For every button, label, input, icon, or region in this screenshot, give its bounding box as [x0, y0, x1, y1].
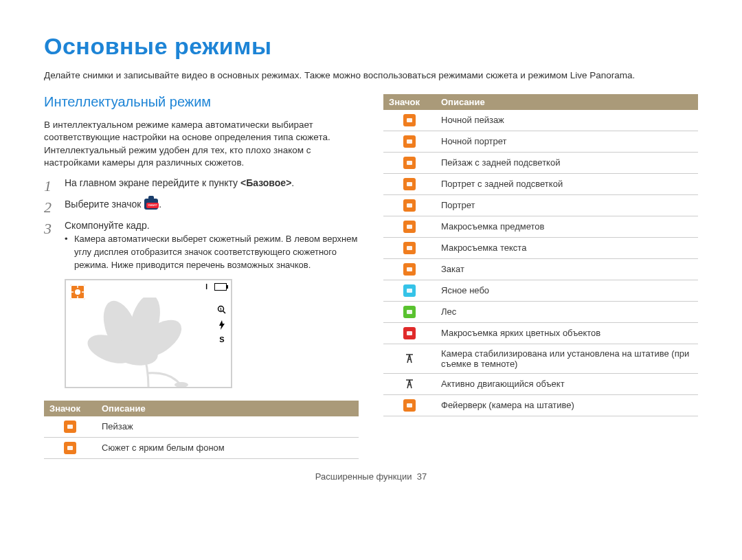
icon-description: Лес: [436, 301, 698, 322]
icon-description: Ночной пейзаж: [436, 110, 698, 131]
svg-rect-25: [407, 289, 412, 293]
scene-icon: [403, 306, 416, 318]
icon-description: Сюжет с ярким белым фоном: [96, 437, 359, 458]
svg-line-29: [407, 355, 409, 363]
svg-line-6: [223, 311, 226, 313]
scene-icon: [403, 178, 416, 190]
icon-description: Пейзаж: [96, 416, 359, 438]
scene-icon: [403, 135, 416, 148]
icon-description: Портрет с задней подсветкой: [436, 173, 698, 194]
table-row: Пейзаж: [44, 416, 359, 438]
table-row: Макросъемка ярких цветных объектов: [383, 322, 698, 344]
table-row: Закат: [383, 258, 698, 280]
table-row: Камера стабилизирована или установлена н…: [383, 344, 698, 373]
scene-icon: [403, 284, 416, 297]
smart-indicator-icon: S: [219, 335, 224, 344]
icon-description: Макросъемка ярких цветных объектов: [436, 322, 698, 344]
footer-label: Расширенные функции: [315, 471, 412, 482]
icon-table-left: Значок Описание ПейзажСюжет с ярким белы…: [44, 401, 359, 459]
svg-rect-16: [67, 446, 73, 450]
table-row: Портрет: [383, 194, 698, 216]
svg-rect-17: [407, 118, 412, 122]
zoom-icon: 1: [217, 305, 227, 316]
scene-icon: [403, 221, 416, 233]
step2-text-b: .: [159, 199, 161, 210]
icon-description: Камера стабилизирована или установлена н…: [436, 344, 698, 373]
scene-icon: [403, 352, 416, 365]
table-row: Сюжет с ярким белым фоном: [44, 437, 359, 458]
svg-rect-26: [407, 310, 412, 314]
step1-text-c: .: [291, 177, 294, 188]
footer-page: 37: [417, 471, 427, 482]
section-text: В интеллектуальном режиме камера автомат…: [44, 119, 359, 169]
svg-rect-27: [407, 331, 412, 335]
step-2: Выберите значок .: [44, 197, 359, 212]
icon-table-right: Значок Описание Ночной пейзажНочной порт…: [383, 94, 698, 416]
icon-description: Закат: [436, 258, 698, 280]
th-icon: Значок: [383, 94, 436, 110]
table-row: Ночной портрет: [383, 131, 698, 152]
step1-text-a: На главном экране перейдите к пункту: [65, 177, 240, 188]
th-desc: Описание: [96, 401, 359, 416]
scene-icon: [403, 242, 416, 254]
intro-text: Делайте снимки и записывайте видео в осн…: [44, 69, 698, 82]
table-row: Ясное небо: [383, 280, 698, 301]
svg-rect-23: [407, 246, 412, 250]
icon-description: Макросъемка текста: [436, 237, 698, 258]
th-desc: Описание: [436, 94, 698, 110]
scene-icon: [403, 263, 416, 276]
svg-rect-19: [407, 161, 412, 165]
svg-rect-24: [407, 267, 412, 271]
icon-description: Пейзаж с задней подсветкой: [436, 152, 698, 173]
table-row: Пейзаж с задней подсветкой: [383, 152, 698, 173]
section-heading: Интеллектуальный режим: [44, 94, 359, 110]
table-row: Портрет с задней подсветкой: [383, 173, 698, 194]
table-row: Ночной пейзаж: [383, 110, 698, 131]
icon-description: Ночной портрет: [436, 131, 698, 152]
icon-description: Активно двигающийся объект: [436, 373, 698, 394]
table-row: Активно двигающийся объект: [383, 373, 698, 394]
flower-illustration: [80, 298, 203, 387]
svg-line-34: [409, 380, 412, 388]
step-3: Скомпонуйте кадр. Камера автоматически в…: [44, 219, 359, 272]
scene-icon: [403, 327, 416, 339]
scene-icon: [64, 421, 76, 433]
svg-text:1: 1: [220, 307, 223, 311]
svg-line-30: [409, 355, 412, 363]
indicator-i: I: [205, 283, 207, 291]
svg-rect-21: [407, 203, 412, 208]
svg-rect-20: [407, 182, 412, 186]
svg-point-0: [75, 289, 80, 295]
table-row: Макросъемка предметов: [383, 216, 698, 237]
scene-icon: [403, 399, 416, 412]
svg-rect-15: [67, 425, 73, 429]
flash-icon: [218, 320, 226, 331]
camera-preview: I 1 S: [65, 279, 232, 388]
svg-marker-8: [219, 320, 225, 330]
table-row: Макросъемка текста: [383, 237, 698, 258]
icon-description: Ясное небо: [436, 280, 698, 301]
step-1: На главном экране перейдите к пункту <Ба…: [44, 176, 359, 190]
table-row: Лес: [383, 301, 698, 322]
step3-text: Скомпонуйте кадр.: [65, 220, 150, 231]
scene-icon: [403, 378, 416, 390]
page-title: Основные режимы: [44, 33, 698, 60]
smart-mode-icon: [144, 199, 158, 210]
svg-line-33: [407, 380, 409, 388]
steps-list: На главном экране перейдите к пункту <Ба…: [44, 176, 359, 272]
step3-bullet: Камера автоматически выберет сюжетный ре…: [65, 233, 359, 272]
svg-rect-22: [407, 225, 412, 229]
scene-icon: [403, 114, 416, 126]
icon-description: Фейерверк (камера на штативе): [436, 394, 698, 416]
icon-description: Макросъемка предметов: [436, 216, 698, 237]
scene-icon: [64, 442, 76, 454]
svg-rect-18: [407, 139, 412, 144]
scene-icon: [403, 157, 416, 169]
page-footer: Расширенные функции 37: [44, 471, 698, 482]
scene-icon: [403, 199, 416, 212]
icon-description: Портрет: [436, 194, 698, 216]
step1-bold: <Базовое>: [240, 177, 291, 188]
svg-point-14: [175, 382, 188, 387]
step2-text-a: Выберите значок: [65, 199, 144, 210]
th-icon: Значок: [44, 401, 96, 416]
